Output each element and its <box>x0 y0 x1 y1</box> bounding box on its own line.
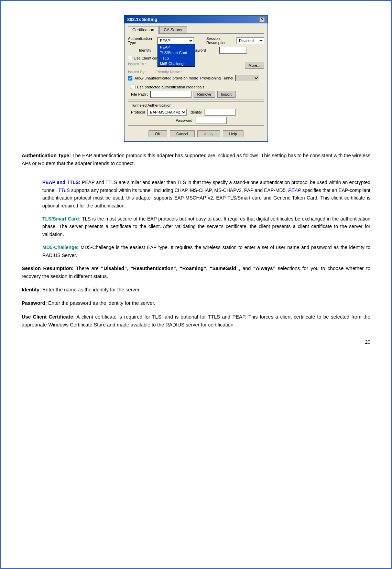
remove-button[interactable]: Remove <box>194 91 215 98</box>
help-button[interactable]: Help <box>223 130 244 137</box>
session-comma1: , <box>127 266 131 271</box>
session-and: , and <box>239 266 253 271</box>
titlebar-buttons: ✕ <box>259 17 265 22</box>
provisioning-tunnel-select[interactable] <box>235 75 259 81</box>
session-reauth: “Reauthentication” <box>131 266 176 271</box>
allow-unauth-row: Allow unauthenticated provision mode Pro… <box>128 75 264 81</box>
session-disabled: “Disabled” <box>101 266 127 271</box>
password-text: Enter the password as the identity for t… <box>47 300 155 306</box>
dd-peap[interactable]: PEAP <box>158 44 195 50</box>
use-protected-checkbox[interactable] <box>131 85 135 89</box>
auth-type-paragraph: Authentication Type: The EAP authenticat… <box>22 152 370 168</box>
auth-type-dropdown-list: PEAP TLS/Smart Card TTLS Md5-Challenge <box>157 44 195 67</box>
tunneled-password-row: Password <box>131 117 261 124</box>
tunneled-identity-label: Identity <box>189 110 202 114</box>
session-roaming: “Roaming” <box>180 266 206 271</box>
identity-heading: Identity: <box>22 287 41 292</box>
session-paragraph: Session Resumption: There are “Disabled”… <box>22 265 370 280</box>
auth-type-row: Authentication Type PEAP TLS/Smart Card … <box>128 36 264 45</box>
auth-type-heading: Authentication Type: <box>22 153 71 158</box>
tunneled-identity-input[interactable] <box>205 109 236 116</box>
apply-button[interactable]: Apply <box>197 130 220 137</box>
tls-text: TLS is the most secure of the EAP protoc… <box>42 216 370 237</box>
auth-type-label: Authentication Type <box>128 36 155 45</box>
issued-by-label: Issued By : <box>128 70 152 74</box>
auth-type-select[interactable]: PEAP TLS/Smart Card TTLS Md5-Challenge <box>157 37 194 44</box>
file-path-input[interactable] <box>150 91 192 98</box>
issued-to-label: Issued To : <box>128 62 152 69</box>
dialog-title: 802.1x Setting <box>127 17 157 22</box>
password-input[interactable] <box>219 47 247 54</box>
session-comma3: , <box>206 266 210 271</box>
peap-ttls-block: PEAP and TTLS: PEAP and TTLS are similar… <box>42 179 370 259</box>
password-heading: Password: <box>22 300 47 306</box>
more-button[interactable]: More... <box>245 62 264 69</box>
use-protected-section: Use protected authentication credentials… <box>128 83 264 99</box>
identity-paragraph: Identity: Enter the name as the identity… <box>22 286 370 294</box>
ok-button[interactable]: OK <box>149 130 167 137</box>
md5-paragraph: MD5-Challenge: MD5-Challenge is the easi… <box>42 244 370 259</box>
use-client-paragraph: Use Client Certificate: A client certifi… <box>22 313 370 329</box>
dialog-titlebar: 802.1x Setting ✕ <box>124 15 268 23</box>
issued-by-row: Issued By : Friendly Name : <box>128 70 264 74</box>
use-client-heading: Use Client Certificate: <box>22 314 75 320</box>
close-button[interactable]: ✕ <box>259 17 265 22</box>
identity-text: Enter the name as the identity for the s… <box>41 287 140 292</box>
session-comma2: , <box>176 266 180 271</box>
tab-bar: Certification CA Server <box>128 26 264 34</box>
peap-link: PEAP <box>288 187 301 193</box>
session-samesid: “SameSsid” <box>210 266 239 271</box>
password-paragraph: Password: Enter the password as the iden… <box>22 299 370 307</box>
file-path-label: File Path : <box>131 92 148 96</box>
tls-heading: TLS/Smart Card: <box>42 216 80 222</box>
file-path-row: File Path : Remove Import <box>131 91 261 98</box>
ttls-link: TTLS <box>58 187 70 193</box>
dialog-container: 802.1x Setting ✕ Certification CA Server… <box>22 15 370 142</box>
session-heading: Session Resumption: <box>22 266 74 271</box>
tunneled-password-input[interactable] <box>196 117 227 124</box>
tls-paragraph: TLS/Smart Card: TLS is the most secure o… <box>42 215 370 238</box>
protocol-select[interactable]: EAP-MSCHAP v2 <box>148 109 187 116</box>
dialog-buttons: OK Cancel Apply Help <box>128 128 264 139</box>
use-protected-row: Use protected authentication credentials <box>131 85 261 89</box>
use-client-cert-row: Use Client certificate <box>128 56 264 60</box>
session-resumption-label: Session Resumption <box>206 36 235 45</box>
page-number: 20 <box>22 339 370 345</box>
tunneled-auth-section: Tunneled Authentication Protocol EAP-MSC… <box>128 101 264 126</box>
tunneled-auth-label: Tunneled Authentication <box>131 103 261 107</box>
auth-type-text: The EAP authentication protocols this ad… <box>22 153 370 166</box>
tab-certification[interactable]: Certification <box>128 26 159 34</box>
tunneled-password-label: Password <box>176 118 192 122</box>
issued-to-row: Issued To : Expired On : More... <box>128 62 264 69</box>
provisioning-tunnel-label: Provisioning Tunnel <box>200 76 233 80</box>
peap-ttls-text2: supports any protocol within its tunnel,… <box>70 187 288 193</box>
friendly-name-label: Friendly Name : <box>155 70 264 74</box>
auth-type-dropdown[interactable]: PEAP TLS/Smart Card TTLS Md5-Challenge P… <box>157 37 194 44</box>
dd-md5[interactable]: Md5-Challenge <box>158 61 195 66</box>
protocol-label: Protocol <box>131 110 145 114</box>
identity-row: Identity password <box>128 47 264 54</box>
identity-label: Identity <box>135 48 155 52</box>
md5-heading: MD5-Challenge: <box>42 245 79 250</box>
import-button[interactable]: Import <box>217 91 236 98</box>
tunneled-protocol-row: Protocol EAP-MSCHAP v2 Identity <box>131 109 261 116</box>
md5-text: MD5-Challenge is the easiest EAP type. I… <box>42 245 370 258</box>
session-text1: There are <box>74 266 101 271</box>
allow-unauth-checkbox[interactable] <box>128 76 132 80</box>
allow-unauth-label: Allow unauthenticated provision mode <box>134 76 198 80</box>
peap-ttls-heading: PEAP and TTLS: <box>42 180 80 185</box>
dialog-body: Certification CA Server Authentication T… <box>124 23 268 141</box>
cancel-button[interactable]: Cancel <box>170 130 195 137</box>
peap-ttls-paragraph: PEAP and TTLS: PEAP and TTLS are similar… <box>42 179 370 210</box>
tab-ca-server[interactable]: CA Server <box>159 26 187 33</box>
dd-tls[interactable]: TLS/Smart Card <box>158 50 195 55</box>
use-client-cert-checkbox[interactable] <box>128 56 132 60</box>
session-always: “Always” <box>253 266 275 271</box>
802-1x-dialog: 802.1x Setting ✕ Certification CA Server… <box>124 15 268 142</box>
use-protected-label: Use protected authentication credentials <box>137 85 204 89</box>
session-resumption-select[interactable]: Disabled <box>237 37 264 44</box>
dd-ttls[interactable]: TTLS <box>158 55 195 61</box>
